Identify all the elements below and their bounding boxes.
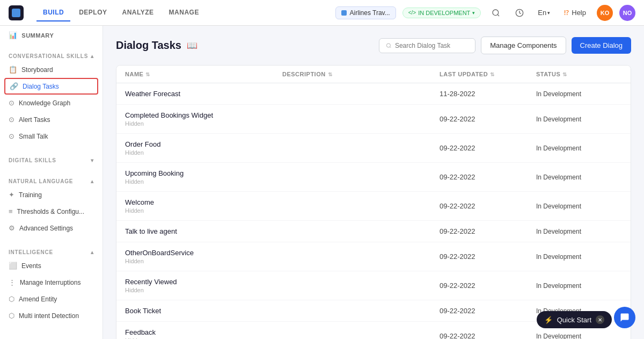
training-icon: ✦ — [9, 191, 14, 199]
sidebar-item-dialog-tasks[interactable]: 🔗 Dialog Tasks — [4, 78, 98, 95]
chart-icon: 📊 — [9, 31, 17, 39]
table-row[interactable]: Weather Forecast 11-28-2022 In Developme… — [116, 83, 631, 105]
search-button[interactable] — [487, 4, 504, 21]
cell-status-7: In Development — [536, 282, 622, 290]
lang-chevron-icon: ▾ — [547, 10, 550, 16]
table-row[interactable]: OtherOnBoardService Hidden 09-22-2022 In… — [116, 242, 631, 271]
quick-start-icon: ⚡ — [544, 316, 553, 324]
col-last-updated[interactable]: LAST UPDATED ⇅ — [440, 71, 536, 77]
training-label: Training — [19, 191, 42, 199]
table-row[interactable]: Talk to live agent 09-22-2022 In Develop… — [116, 221, 631, 242]
project-dot-icon — [341, 10, 347, 16]
small-talk-label: Small Talk — [19, 133, 48, 140]
sidebar-item-multi-intent[interactable]: ⬡ Multi intent Detection — [0, 307, 103, 324]
cell-date-4: 09-22-2022 — [440, 202, 536, 210]
name-sort-icon: ⇅ — [145, 71, 150, 77]
cell-date-8: 09-22-2022 — [440, 307, 536, 315]
help-label: Help — [572, 9, 586, 17]
sidebar-item-small-talk[interactable]: ⊙ Small Talk — [0, 128, 103, 145]
nav-tab-build[interactable]: BUILD — [36, 4, 70, 21]
avatar-ko[interactable]: KO — [597, 5, 613, 21]
table-row[interactable]: Upcoming Booking Hidden 09-22-2022 In De… — [116, 163, 631, 192]
digital-skills-header[interactable]: DIGITAL SKILLS ▾ — [0, 153, 103, 165]
storyboard-label: Storyboard — [21, 66, 53, 74]
avatar-no[interactable]: NO — [619, 5, 635, 21]
summary-label: SUMMARY — [21, 32, 54, 39]
row-name-1: Completed Bookings Widget — [125, 111, 282, 119]
cell-status-9: In Development — [536, 333, 622, 340]
chevron-up-icon: ▴ — [91, 53, 94, 59]
sidebar-item-thresholds[interactable]: ≡ Thresholds & Configu... — [0, 203, 103, 220]
search-icon — [386, 42, 392, 49]
row-name-5: Talk to live agent — [125, 227, 282, 235]
conversational-skills-header[interactable]: CONVERSATIONAL SKILLS ▴ — [0, 49, 103, 61]
create-dialog-button[interactable]: Create Dialog — [572, 37, 632, 54]
intelligence-chevron-up-icon: ▴ — [91, 249, 94, 255]
sidebar-item-events[interactable]: ⬜ Events — [0, 257, 103, 274]
sidebar-item-advanced-settings[interactable]: ⚙ Advanced Settings — [0, 220, 103, 236]
app-logo[interactable] — [9, 5, 24, 20]
storyboard-icon: 📋 — [9, 66, 17, 74]
quick-start-widget[interactable]: ⚡ Quick Start ✕ — [537, 311, 612, 328]
svg-point-3 — [387, 43, 391, 47]
top-navigation: BUILD DEPLOY ANALYZE MANAGE Airlines Tra… — [0, 0, 644, 26]
quick-start-close-button[interactable]: ✕ — [596, 315, 604, 324]
header-actions: Manage Components Create Dialog — [379, 37, 631, 54]
natural-language-header[interactable]: NATURAL LANGUAGE ▴ — [0, 174, 103, 186]
row-name-2: Order Food — [125, 140, 282, 148]
intelligence-header[interactable]: INTELLIGENCE ▴ — [0, 245, 103, 257]
project-selector[interactable]: Airlines Trav... — [335, 6, 396, 19]
sidebar-item-amend-entity[interactable]: ⬡ Amend Entity — [0, 291, 103, 307]
cell-status-1: In Development — [536, 116, 622, 123]
cell-date-7: 09-22-2022 — [440, 282, 536, 290]
table-row[interactable]: Welcome Hidden 09-22-2022 In Development — [116, 192, 631, 221]
col-description[interactable]: DESCRIPTION ⇅ — [282, 71, 440, 77]
advanced-settings-icon: ⚙ — [9, 224, 15, 232]
row-hidden-label-2: Hidden — [125, 149, 282, 156]
help-button[interactable]: ⁉ Help — [560, 6, 590, 19]
search-dialog-task-input[interactable] — [395, 42, 469, 49]
book-icon[interactable]: 📖 — [187, 40, 197, 51]
cell-name-col: Feedback Hidden — [125, 328, 282, 339]
amend-entity-icon: ⬡ — [9, 295, 14, 303]
cell-date-9: 09-22-2022 — [440, 332, 536, 339]
sidebar-item-training[interactable]: ✦ Training — [0, 186, 103, 203]
sidebar-item-storyboard[interactable]: 📋 Storyboard — [0, 61, 103, 78]
manage-components-button[interactable]: Manage Components — [481, 37, 566, 54]
search-dialog-task-box[interactable] — [379, 38, 475, 53]
sidebar-item-alert-tasks[interactable]: ⊙ Alert Tasks — [0, 111, 103, 128]
cell-name-col: Weather Forecast — [125, 90, 282, 98]
cell-name-col: Order Food Hidden — [125, 140, 282, 156]
nav-tab-analyze[interactable]: ANALYZE — [116, 4, 160, 21]
development-status-badge[interactable]: </> IN DEVELOPMENT ▾ — [402, 8, 481, 18]
knowledge-graph-icon: ⊙ — [9, 99, 14, 107]
manage-interruptions-label: Manage Interruptions — [20, 279, 80, 286]
sidebar-item-knowledge-graph[interactable]: ⊙ Knowledge Graph — [0, 95, 103, 111]
manage-interruptions-icon: ⋮ — [9, 278, 16, 286]
nav-tab-manage[interactable]: MANAGE — [163, 4, 206, 21]
clock-button[interactable] — [511, 4, 528, 21]
sidebar-item-summary[interactable]: 📊 SUMMARY — [0, 26, 103, 45]
cell-date-6: 09-22-2022 — [440, 253, 536, 261]
svg-line-1 — [497, 15, 499, 16]
col-status-label: STATUS — [536, 71, 560, 77]
nav-tab-deploy[interactable]: DEPLOY — [72, 4, 113, 21]
row-name-6: OtherOnBoardService — [125, 249, 282, 257]
chat-bubble-button[interactable] — [614, 307, 635, 328]
table-row[interactable]: Completed Bookings Widget Hidden 09-22-2… — [116, 105, 631, 134]
table-row[interactable]: Order Food Hidden 09-22-2022 In Developm… — [116, 134, 631, 163]
col-name[interactable]: NAME ⇅ — [125, 71, 282, 77]
cell-name-col: Talk to live agent — [125, 227, 282, 235]
multi-intent-icon: ⬡ — [9, 312, 14, 320]
nav-right-section: Airlines Trav... </> IN DEVELOPMENT ▾ En… — [335, 4, 635, 21]
row-hidden-label-3: Hidden — [125, 178, 282, 185]
col-status[interactable]: STATUS ⇅ — [536, 71, 622, 77]
language-selector[interactable]: En ▾ — [535, 6, 553, 19]
conversational-skills-section: CONVERSATIONAL SKILLS ▴ 📋 Storyboard 🔗 D… — [0, 45, 103, 149]
cell-status-0: In Development — [536, 90, 622, 98]
sidebar-item-manage-interruptions[interactable]: ⋮ Manage Interruptions — [0, 274, 103, 291]
cell-name-col: Book Ticket — [125, 307, 282, 315]
cell-date-2: 09-22-2022 — [440, 144, 536, 152]
table-row[interactable]: Recently Viewed Hidden 09-22-2022 In Dev… — [116, 271, 631, 300]
page-header: Dialog Tasks 📖 Manage Components Create … — [116, 37, 631, 54]
